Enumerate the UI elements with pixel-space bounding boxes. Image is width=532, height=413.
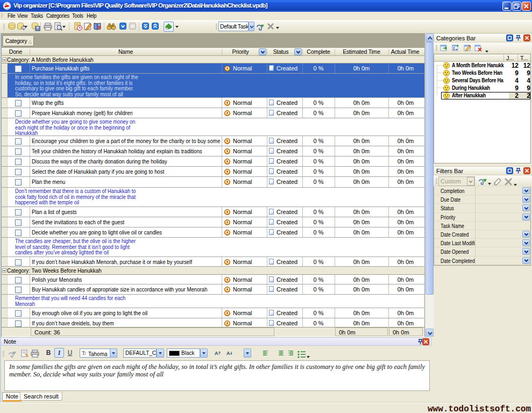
svg-text:A: A (215, 351, 218, 356)
svg-text:A: A (226, 351, 230, 356)
svg-text:T: T (84, 352, 87, 356)
